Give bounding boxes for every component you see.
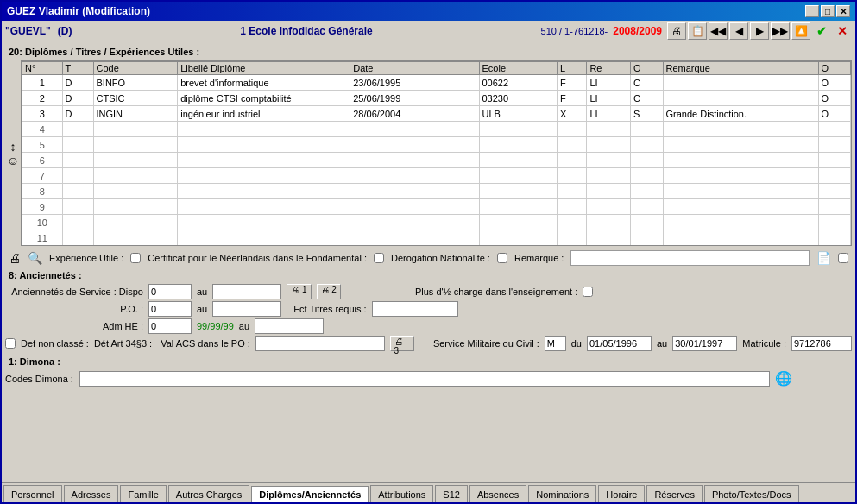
tab-adresses[interactable]: Adresses — [64, 485, 119, 502]
table-cell: S — [631, 106, 663, 122]
tab-personnel[interactable]: Personnel — [3, 485, 62, 502]
table-cell — [479, 122, 557, 137]
cancel-button[interactable]: ✕ — [833, 22, 852, 40]
table-cell — [479, 199, 557, 215]
def-non-classe-checkbox[interactable] — [5, 338, 16, 349]
globe-icon[interactable]: 🌐 — [775, 370, 792, 387]
admhe-au-input[interactable] — [255, 318, 324, 334]
table-row[interactable]: 5 — [22, 137, 851, 153]
table-row[interactable]: 2DCTSICdiplôme CTSI comptabilité25/06/19… — [22, 91, 851, 106]
tab-photo-textes-docs[interactable]: Photo/Textes/Docs — [704, 485, 799, 502]
sort-icon[interactable]: ↕ — [10, 140, 16, 154]
table-row[interactable]: 1DBINFObrevet d'informatique23/06/199500… — [22, 75, 851, 91]
table-cell — [178, 230, 350, 246]
table-cell: 7 — [22, 168, 63, 184]
table-row[interactable]: 9 — [22, 199, 851, 215]
table-row[interactable]: 4 — [22, 122, 851, 137]
table-row[interactable]: 11 — [22, 230, 851, 246]
table-cell — [557, 153, 587, 168]
table-cell: diplôme CTSI comptabilité — [178, 91, 350, 106]
experience-checkbox[interactable] — [130, 253, 141, 263]
table-cell — [93, 230, 178, 246]
copy-button[interactable]: 📋 — [688, 22, 707, 40]
tab-r-serves[interactable]: Réserves — [646, 485, 702, 502]
dispo-input[interactable] — [148, 284, 192, 299]
du-input[interactable] — [587, 336, 652, 351]
def-non-classe-label: Def non classé : — [21, 338, 89, 349]
doc-checkbox[interactable] — [838, 253, 848, 263]
save-button[interactable]: ✔ — [812, 22, 831, 40]
po-au-label: au — [197, 304, 207, 314]
certificat-label: Certificat pour le Néerlandais dans le F… — [148, 253, 367, 263]
table-row[interactable]: 3DINGINingénieur industriel28/06/2004ULB… — [22, 106, 851, 122]
po-au-input[interactable] — [212, 301, 281, 317]
admhe-input[interactable] — [148, 318, 192, 334]
table-cell: 23/06/1995 — [350, 75, 479, 91]
table-cell — [62, 168, 93, 184]
maximize-button[interactable]: □ — [821, 5, 835, 17]
tab-attributions[interactable]: Attributions — [370, 485, 433, 502]
school-name: 1 Ecole Infodidac Générale — [240, 25, 372, 37]
table-cell — [178, 215, 350, 230]
dimona-input[interactable] — [79, 371, 770, 387]
fct-titres-input[interactable] — [372, 301, 458, 317]
title-bar: GUEZ Vladimir (Modification) _ □ ✕ — [2, 2, 855, 21]
table-row[interactable]: 8 — [22, 184, 851, 199]
tab-absences[interactable]: Absences — [469, 485, 526, 502]
table-cell — [479, 246, 557, 247]
tab-nominations[interactable]: Nominations — [528, 485, 596, 502]
nav-prev[interactable]: ◀ — [729, 22, 748, 40]
derogation-checkbox[interactable] — [497, 253, 507, 263]
menu-bar: "GUEVL" (D) 1 Ecole Infodidac Générale 5… — [2, 21, 855, 41]
val-acs-input[interactable] — [255, 336, 385, 351]
table-cell — [818, 137, 851, 153]
table-cell — [479, 168, 557, 184]
close-button[interactable]: ✕ — [836, 5, 850, 17]
table-row[interactable]: 10 — [22, 215, 851, 230]
tab-famille[interactable]: Famille — [120, 485, 166, 502]
nav-last[interactable]: ▶▶ — [771, 22, 790, 40]
table-cell: LI — [587, 91, 631, 106]
dispo-btn2[interactable]: 🖨 2 — [317, 284, 341, 299]
tab-dipl-mes-anciennet-s[interactable]: Diplômes/Anciennetés — [251, 486, 369, 502]
doc-icon[interactable]: 📄 — [816, 251, 831, 265]
col-date: Date — [350, 62, 479, 75]
dispo-au-input[interactable] — [212, 284, 281, 299]
service-militaire-label: Service Militaire ou Civil : — [433, 338, 539, 349]
print-diplome-icon[interactable]: 🖨 — [9, 251, 21, 265]
table-cell — [631, 168, 663, 184]
table-cell: 00622 — [479, 75, 557, 91]
au-input[interactable] — [672, 336, 737, 351]
nav-next[interactable]: ▶ — [750, 22, 769, 40]
certificat-checkbox[interactable] — [374, 253, 384, 263]
matricule-input[interactable] — [791, 336, 852, 351]
table-cell: 03230 — [479, 91, 557, 106]
table-cell: Grande Distinction. — [663, 106, 818, 122]
print-button[interactable]: 🖨 — [667, 22, 686, 40]
table-cell: 12 — [22, 246, 63, 247]
zoom-diplome-icon[interactable]: 🔍 — [28, 251, 42, 265]
val-acs-btn[interactable]: 🖨 3 — [390, 336, 414, 351]
tab-autres-charges[interactable]: Autres Charges — [168, 485, 249, 502]
add-icon[interactable]: ☺ — [7, 154, 19, 167]
diplomes-table-container: N° T Code Libellé Diplôme Date Ecole L R… — [21, 60, 852, 246]
po-input[interactable] — [148, 301, 192, 317]
table-cell — [350, 122, 479, 137]
table-row[interactable]: 12 — [22, 246, 851, 247]
window-title: GUEZ Vladimir (Modification) — [7, 5, 150, 17]
dispo-btn1[interactable]: 🖨 1 — [287, 284, 311, 299]
nav-up[interactable]: 🔼 — [791, 22, 810, 40]
plus-charge-checkbox[interactable] — [583, 287, 593, 297]
table-cell — [631, 230, 663, 246]
tab-horaire[interactable]: Horaire — [598, 485, 645, 502]
menu-right: 510 / 1-761218- 2008/2009 🖨 📋 ◀◀ ◀ ▶ ▶▶ … — [541, 22, 852, 40]
minimize-button[interactable]: _ — [805, 5, 819, 17]
remarque-input[interactable] — [570, 250, 810, 266]
table-row[interactable]: 7 — [22, 168, 851, 184]
nav-first[interactable]: ◀◀ — [709, 22, 728, 40]
table-row[interactable]: 6 — [22, 153, 851, 168]
service-input[interactable] — [545, 336, 566, 351]
table-side-icons: ↕ ☺ — [5, 60, 21, 246]
col-t: T — [62, 62, 93, 75]
tab-s12[interactable]: S12 — [435, 485, 468, 502]
